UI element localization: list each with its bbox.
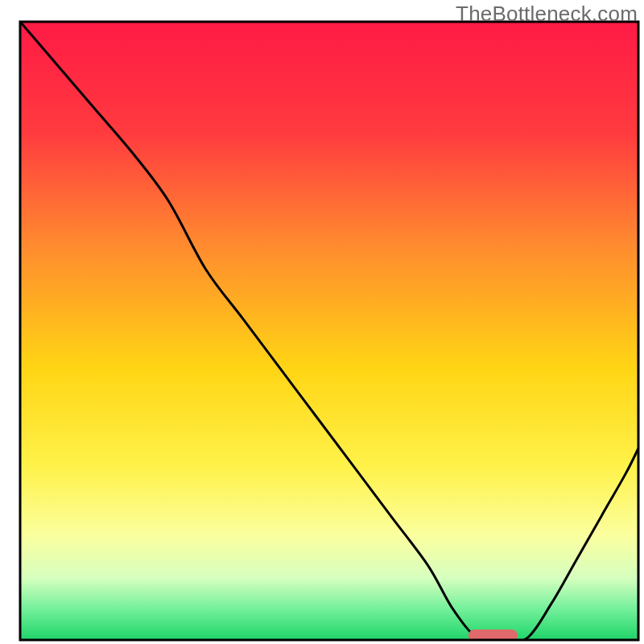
- plot-area: [20, 22, 638, 642]
- svg-rect-1: [20, 22, 638, 640]
- bottleneck-chart: [0, 0, 644, 644]
- chart-root: TheBottleneck.com: [0, 0, 644, 644]
